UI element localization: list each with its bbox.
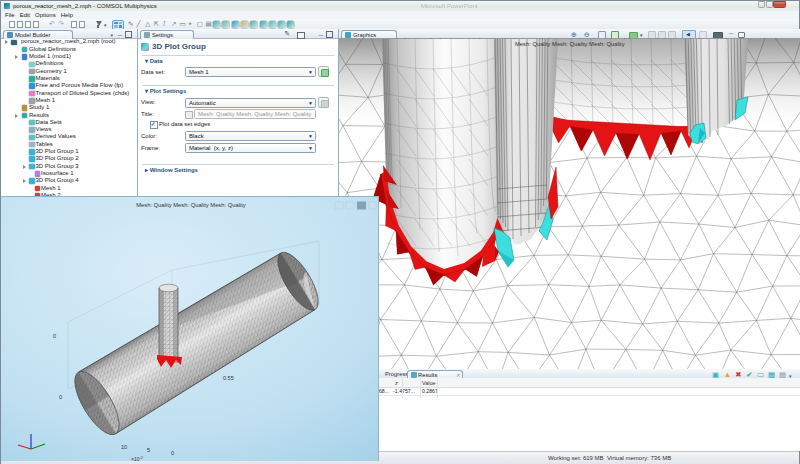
svg-text:0: 0 (59, 394, 62, 400)
svg-text:0.55: 0.55 (223, 375, 234, 381)
svg-text:0: 0 (171, 450, 174, 456)
svg-text:0: 0 (53, 333, 56, 339)
svg-text:5: 5 (147, 447, 150, 453)
svg-text:Mesh: Quality Mesh: Quality Me: Mesh: Quality Mesh: Quality Mesh: Qualit… (136, 202, 246, 208)
svg-text:10: 10 (121, 444, 127, 450)
